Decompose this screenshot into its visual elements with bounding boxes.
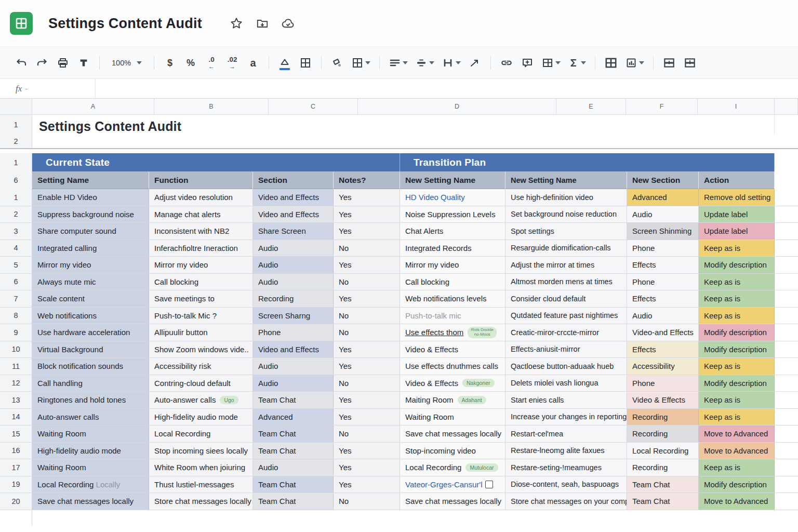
cell-new-setting-description[interactable]: Start enies calls: [506, 392, 627, 408]
cell-section[interactable]: Share Screen: [253, 223, 334, 240]
cell-action[interactable]: Update label: [699, 223, 775, 240]
cell-new-section[interactable]: Recording: [627, 425, 699, 442]
cell-notes[interactable]: Yes: [334, 476, 400, 493]
cell-new-setting-description[interactable]: Effects-aniusit-mirror: [506, 341, 627, 358]
row-number[interactable]: 7: [0, 290, 32, 307]
cell-section[interactable]: Team Chat: [253, 476, 334, 493]
cell-section[interactable]: Video and Effects: [253, 189, 334, 206]
cell-new-setting-description[interactable]: Consider cloud default: [506, 290, 627, 307]
cell-new-section[interactable]: Video-and Effects: [627, 324, 699, 341]
cell-setting-name[interactable]: Virtual Background: [32, 341, 149, 358]
header-setting-name[interactable]: Setting Name: [32, 171, 149, 189]
cell-notes[interactable]: Yes: [334, 392, 400, 408]
cell-action[interactable]: Keep as is: [699, 290, 775, 307]
move-to-folder-icon[interactable]: [255, 16, 270, 31]
freeze-columns-button[interactable]: [683, 55, 697, 71]
cell-function[interactable]: Inferachfioltre Ineraction: [149, 240, 253, 257]
cell-section[interactable]: Screen Sharng: [253, 308, 334, 324]
row-number[interactable]: 1: [0, 115, 32, 134]
cell-section[interactable]: Audio: [253, 240, 334, 257]
sheet-title-cell[interactable]: Settings Content Audit: [32, 115, 775, 134]
format-percent-button[interactable]: %: [184, 55, 197, 71]
cell-setting-name[interactable]: Call handling: [32, 375, 149, 392]
cell-notes[interactable]: No: [334, 308, 400, 324]
cell-action[interactable]: Remove old setting: [699, 189, 775, 206]
decrease-decimal-button[interactable]: .0 ←: [205, 55, 218, 71]
cell-action[interactable]: Move to Advanced: [699, 443, 775, 459]
cell-function[interactable]: Auto-answer callsUgo: [149, 392, 253, 408]
cell-new-setting-description[interactable]: Increase your changes in reporting: [506, 409, 627, 425]
cell-new-setting-description[interactable]: Spot settings: [506, 223, 627, 240]
cell-setting-name[interactable]: Waiting Room: [32, 459, 149, 476]
row-number[interactable]: 9: [0, 324, 32, 341]
cell-notes[interactable]: No: [334, 425, 400, 442]
cell-new-section[interactable]: Audio: [627, 206, 699, 223]
cell-section[interactable]: Advanced: [253, 409, 334, 425]
cell-section[interactable]: Audio: [253, 459, 334, 476]
cell-action[interactable]: Move to Advanced: [699, 493, 775, 510]
cell-new-section[interactable]: Team Chat: [627, 476, 699, 493]
row-number[interactable]: 2: [0, 206, 32, 223]
cell-new-setting-name[interactable]: Noise Suppression Levels: [400, 206, 506, 223]
cell-new-setting-name[interactable]: Use effects thomRols Docide no-Moos: [400, 324, 506, 341]
cell-notes[interactable]: No: [334, 375, 400, 392]
cell-notes[interactable]: Yes: [334, 223, 400, 240]
cell-action[interactable]: Modify description: [699, 476, 775, 493]
paint-format-button[interactable]: [77, 55, 90, 71]
insert-link-button[interactable]: [500, 55, 513, 71]
column-header-F[interactable]: F: [626, 99, 698, 114]
cell-new-setting-description[interactable]: Creatic-miror-crccte-mirror: [506, 324, 627, 341]
cell-new-section[interactable]: Recording: [627, 409, 699, 425]
sheets-logo-icon[interactable]: [10, 12, 33, 35]
row-number[interactable]: 19: [0, 476, 32, 493]
header-new-section[interactable]: New Section: [627, 171, 699, 189]
cell-new-section[interactable]: Effects: [627, 341, 699, 358]
cell-notes[interactable]: Yes: [334, 290, 400, 307]
cell-function[interactable]: Store chat messages locally: [149, 493, 253, 510]
column-header-B[interactable]: B: [154, 99, 269, 114]
cell-new-section[interactable]: Advanced: [627, 189, 699, 206]
cell-notes[interactable]: No: [334, 493, 400, 510]
column-header-D[interactable]: D: [358, 99, 556, 114]
increase-decimal-button[interactable]: .02 →: [225, 55, 239, 71]
cell-new-setting-description[interactable]: Store chat messages on your computer: [506, 493, 627, 510]
cell-setting-name[interactable]: Suppress background noise: [32, 206, 149, 223]
cell-notes[interactable]: Yes: [334, 257, 400, 273]
cell-new-setting-name[interactable]: Local RecordingMutulocar: [400, 459, 506, 476]
cell-section[interactable]: Audio: [253, 274, 334, 290]
text-rotation-button[interactable]: [468, 55, 482, 71]
current-state-banner[interactable]: Current State: [32, 153, 400, 171]
cell-new-setting-name[interactable]: Integrated Records: [400, 240, 506, 257]
cell-section[interactable]: Video and Effects: [253, 341, 334, 358]
zoom-select[interactable]: 100%: [109, 55, 145, 71]
horizontal-align-button[interactable]: [389, 55, 408, 71]
row-number[interactable]: 12: [0, 375, 32, 392]
cell-new-section[interactable]: Phone: [627, 274, 699, 290]
row-number[interactable]: 11: [0, 358, 32, 375]
cell-new-section[interactable]: Screen Shinming: [627, 223, 699, 240]
cell-notes[interactable]: Yes: [334, 341, 400, 358]
cell-action[interactable]: Keep as is: [699, 358, 775, 375]
print-button[interactable]: [56, 55, 70, 71]
cell-function[interactable]: Save meetings to: [149, 290, 253, 307]
header-new-setting-name[interactable]: New Setting Name: [400, 171, 506, 189]
cell-setting-name[interactable]: Mirror my video: [32, 257, 149, 273]
cell-action[interactable]: Update label: [699, 206, 775, 223]
vertical-align-button[interactable]: [415, 55, 434, 71]
cell-new-setting-description[interactable]: Qutdated feature past nightimes: [506, 308, 627, 324]
cell-setting-name[interactable]: Share computer sound: [32, 223, 149, 240]
cell-new-section[interactable]: Effects: [627, 257, 699, 273]
row-number[interactable]: 14: [0, 409, 32, 425]
cell-section[interactable]: Phone: [253, 324, 334, 341]
cell-new-setting-description[interactable]: Restare-lneomg alite faxues: [506, 443, 627, 459]
cell-new-section[interactable]: Audio: [627, 308, 699, 324]
cell-setting-name[interactable]: Use hardware acceleration: [32, 324, 149, 341]
select-all-corner[interactable]: [0, 99, 32, 114]
cell-new-setting-description[interactable]: Use high-definition video: [506, 189, 627, 206]
cell-section[interactable]: Team Chat: [253, 493, 334, 510]
cell-new-setting-name[interactable]: Call blocking: [400, 274, 506, 290]
cell-notes[interactable]: No: [334, 240, 400, 257]
insert-comment-button[interactable]: [521, 55, 534, 71]
header-notes[interactable]: Notes?: [334, 171, 400, 189]
cell-notes[interactable]: Yes: [334, 358, 400, 375]
